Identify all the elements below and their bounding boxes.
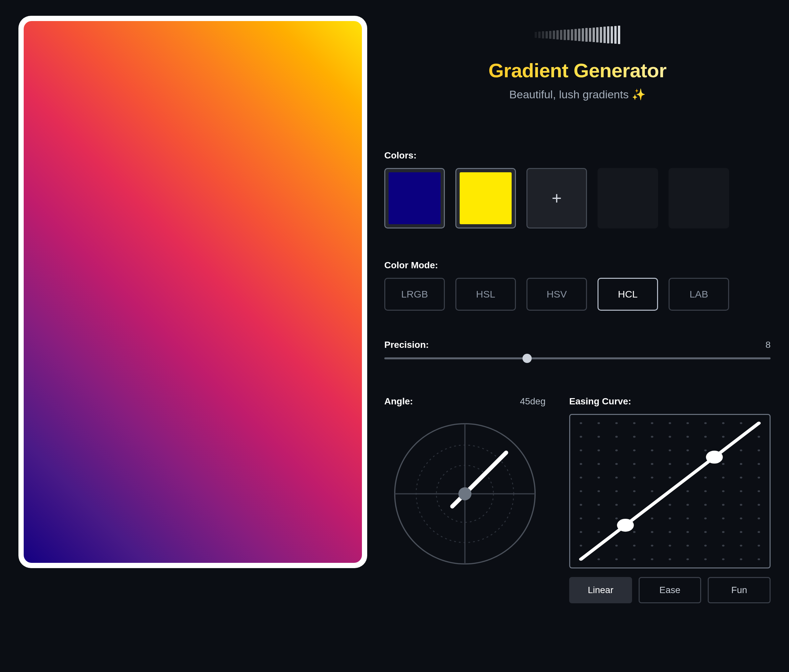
easing-presets-row: LinearEaseFun xyxy=(569,577,771,603)
svg-point-112 xyxy=(686,545,688,547)
svg-point-104 xyxy=(740,531,742,533)
svg-point-49 xyxy=(740,463,742,465)
svg-point-26 xyxy=(722,436,724,438)
easing-handle-2[interactable] xyxy=(706,451,723,463)
svg-point-109 xyxy=(633,545,635,547)
svg-point-119 xyxy=(615,558,618,560)
svg-point-105 xyxy=(758,531,760,533)
easing-preset-linear[interactable]: Linear xyxy=(569,577,632,603)
svg-point-58 xyxy=(704,477,706,479)
precision-label: Precision: xyxy=(384,340,429,350)
svg-point-44 xyxy=(651,463,653,465)
svg-point-65 xyxy=(633,490,635,492)
svg-point-9 xyxy=(615,422,618,424)
svg-point-116 xyxy=(758,545,760,547)
svg-point-29 xyxy=(580,449,582,451)
color-swatch-1[interactable] xyxy=(455,168,516,228)
svg-point-48 xyxy=(722,463,724,465)
svg-point-94 xyxy=(758,518,760,519)
svg-point-14 xyxy=(704,422,706,424)
svg-point-31 xyxy=(615,449,618,451)
svg-point-98 xyxy=(633,531,635,533)
svg-point-108 xyxy=(615,545,618,547)
svg-point-72 xyxy=(758,490,760,492)
svg-point-45 xyxy=(669,463,671,465)
color-mode-hcl[interactable]: HCL xyxy=(597,278,658,311)
precision-section: Precision: 8 xyxy=(384,340,771,359)
svg-point-39 xyxy=(758,449,760,451)
precision-slider[interactable] xyxy=(384,357,771,359)
color-mode-lab[interactable]: LAB xyxy=(669,278,729,311)
svg-point-63 xyxy=(597,490,600,492)
easing-section: Easing Curve: LinearEaseFun xyxy=(569,396,771,603)
svg-point-125 xyxy=(722,558,724,560)
easing-preset-ease[interactable]: Ease xyxy=(639,577,701,603)
precision-slider-thumb[interactable] xyxy=(522,354,532,363)
svg-point-52 xyxy=(597,477,600,479)
color-mode-hsl[interactable]: HSL xyxy=(455,278,516,311)
svg-point-32 xyxy=(633,449,635,451)
svg-point-103 xyxy=(722,531,724,533)
svg-point-19 xyxy=(597,436,600,438)
svg-point-21 xyxy=(633,436,635,438)
svg-point-15 xyxy=(722,422,724,424)
svg-point-110 xyxy=(651,545,653,547)
gradient-preview xyxy=(24,21,362,563)
color-swatch-0[interactable] xyxy=(384,168,445,228)
header: Gradient Generator Beautiful, lush gradi… xyxy=(384,25,771,101)
svg-point-71 xyxy=(740,490,742,492)
easing-curve-editor[interactable] xyxy=(569,414,771,568)
colors-label: Colors: xyxy=(384,150,771,161)
svg-point-36 xyxy=(704,449,706,451)
svg-point-30 xyxy=(597,449,600,451)
easing-handle-1[interactable] xyxy=(617,519,634,532)
app-root: Gradient Generator Beautiful, lush gradi… xyxy=(0,0,789,630)
svg-line-5 xyxy=(465,453,506,494)
color-mode-row: LRGBHSLHSVHCLLAB xyxy=(384,278,771,311)
svg-point-20 xyxy=(615,436,618,438)
svg-point-111 xyxy=(669,545,671,547)
svg-point-80 xyxy=(704,504,706,506)
svg-point-12 xyxy=(669,422,671,424)
decoration-bars-icon xyxy=(535,25,620,45)
svg-point-122 xyxy=(669,558,671,560)
svg-point-34 xyxy=(669,449,671,451)
svg-point-55 xyxy=(651,477,653,479)
color-mode-lrgb[interactable]: LRGB xyxy=(384,278,445,311)
add-color-button[interactable]: + xyxy=(526,168,587,228)
svg-point-23 xyxy=(669,436,671,438)
svg-point-86 xyxy=(615,518,618,519)
svg-point-61 xyxy=(758,477,760,479)
svg-point-95 xyxy=(580,531,582,533)
angle-section: Angle: 45deg xyxy=(384,396,546,603)
angle-dial[interactable] xyxy=(388,417,542,571)
svg-point-16 xyxy=(740,422,742,424)
easing-preset-fun[interactable]: Fun xyxy=(708,577,771,603)
svg-point-74 xyxy=(597,504,600,506)
svg-point-121 xyxy=(651,558,653,560)
svg-point-100 xyxy=(669,531,671,533)
svg-point-62 xyxy=(580,490,582,492)
svg-point-120 xyxy=(633,558,635,560)
color-mode-hsv[interactable]: HSV xyxy=(526,278,587,311)
svg-point-106 xyxy=(580,545,582,547)
svg-point-123 xyxy=(686,558,688,560)
svg-point-10 xyxy=(633,422,635,424)
svg-point-11 xyxy=(651,422,653,424)
svg-point-40 xyxy=(580,463,582,465)
svg-point-118 xyxy=(597,558,600,560)
svg-point-82 xyxy=(740,504,742,506)
bottom-row: Angle: 45deg xyxy=(384,396,771,603)
color-swatch-placeholder xyxy=(669,168,729,228)
svg-point-25 xyxy=(704,436,706,438)
svg-point-43 xyxy=(633,463,635,465)
colors-section: Colors: + xyxy=(384,150,771,228)
svg-point-76 xyxy=(633,504,635,506)
controls-panel: Gradient Generator Beautiful, lush gradi… xyxy=(384,16,771,603)
svg-point-101 xyxy=(686,531,688,533)
svg-point-70 xyxy=(722,490,724,492)
color-mode-label: Color Mode: xyxy=(384,260,771,271)
svg-point-24 xyxy=(686,436,688,438)
svg-point-64 xyxy=(615,490,618,492)
svg-point-46 xyxy=(686,463,688,465)
